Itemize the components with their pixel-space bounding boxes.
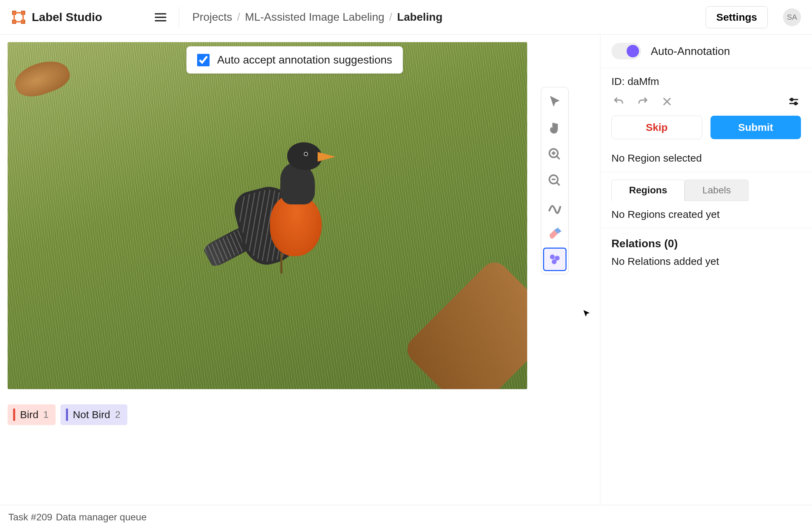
label-hotkey: 1 [43,409,49,420]
task-number: Task #209 [8,512,52,523]
breadcrumb-projects[interactable]: Projects [192,11,232,23]
auto-annotation-toggle[interactable] [611,43,641,59]
pointer-tool[interactable] [543,90,567,114]
svg-point-11 [794,102,797,105]
zoom-out-tool[interactable] [543,169,567,192]
smart-tool[interactable] [543,248,567,271]
submit-row: Skip Submit [600,116,812,149]
toggle-dot [627,45,639,57]
footer: Task #209 Data manager queue [0,505,812,529]
tab-regions[interactable]: Regions [611,180,685,201]
labels-row: Bird 1 Not Bird 2 [0,397,600,433]
hand-tool[interactable] [543,116,567,140]
submit-button[interactable]: Submit [710,116,801,139]
tab-labels[interactable]: Labels [685,180,748,201]
queue-label: Data manager queue [56,512,147,523]
label-hotkey: 2 [115,409,120,420]
auto-accept-label: Auto accept annotation suggestions [217,54,392,66]
skip-button[interactable]: Skip [611,116,702,139]
svg-point-7 [550,254,555,259]
menu-button[interactable] [152,9,169,26]
label-color-bar [66,408,68,421]
eraser-tool[interactable] [543,221,567,245]
regions-empty: No Regions created yet [600,201,812,228]
auto-accept-checkbox[interactable] [197,54,210,66]
zoom-out-icon [548,173,562,188]
right-panel: Auto-Annotation ID: daMfm Skip Submit No… [600,35,812,505]
hand-icon [548,121,562,135]
region-tabs: Regions Labels [600,172,812,201]
main: Auto accept annotation suggestions Bird … [0,35,812,505]
svg-point-10 [791,98,793,101]
canvas-area [0,35,600,397]
label-color-bar [13,408,15,421]
breadcrumb-sep: / [389,11,392,23]
reset-button[interactable] [660,94,674,109]
label-name: Bird [20,409,38,421]
undo-button[interactable] [611,94,626,109]
settings-button[interactable]: Settings [706,6,768,28]
auto-accept-banner: Auto accept annotation suggestions [186,46,403,74]
annotation-id: ID: daMfm [600,68,812,89]
zoom-in-tool[interactable] [543,143,567,166]
avatar[interactable]: SA [783,8,801,26]
hamburger-icon [154,10,167,24]
breadcrumb-sep: / [237,11,240,23]
smart-icon [548,252,562,267]
task-image[interactable] [8,42,527,389]
label-tag-bird[interactable]: Bird 1 [8,404,56,425]
sliders-icon [788,96,800,107]
topbar: Label Studio Projects / ML-Assisted Imag… [0,0,812,35]
label-name: Not Bird [73,409,110,421]
logo-block[interactable]: Label Studio [11,10,142,25]
breadcrumb-project-name[interactable]: ML-Assisted Image Labeling [245,11,384,23]
label-tag-not-bird[interactable]: Not Bird 2 [60,404,127,425]
relations-header: Relations (0) [600,228,812,253]
undo-icon [613,96,625,107]
breadcrumb: Projects / ML-Assisted Image Labeling / … [189,11,696,23]
brush-icon [548,200,562,214]
logo-icon [11,10,26,25]
app-name: Label Studio [32,10,102,24]
eraser-icon [548,226,562,240]
zoom-in-icon [548,147,562,162]
brush-tool[interactable] [543,195,567,219]
action-row [600,89,812,116]
pointer-icon [548,95,562,109]
toolbox [541,87,569,274]
breadcrumb-current[interactable]: Labeling [397,11,443,23]
relations-empty: No Relations added yet [600,253,812,276]
svg-point-9 [552,259,557,264]
bird [229,142,339,273]
settings-sliders-button[interactable] [786,94,801,109]
redo-button[interactable] [636,94,650,109]
auto-annotation-label: Auto-Annotation [651,45,730,58]
region-status: No Region selected [600,149,812,172]
redo-icon [637,96,649,107]
left-panel: Auto accept annotation suggestions Bird … [0,35,600,505]
close-icon [661,96,673,107]
auto-annotation-row: Auto-Annotation [600,35,812,68]
header-divider [179,7,179,28]
